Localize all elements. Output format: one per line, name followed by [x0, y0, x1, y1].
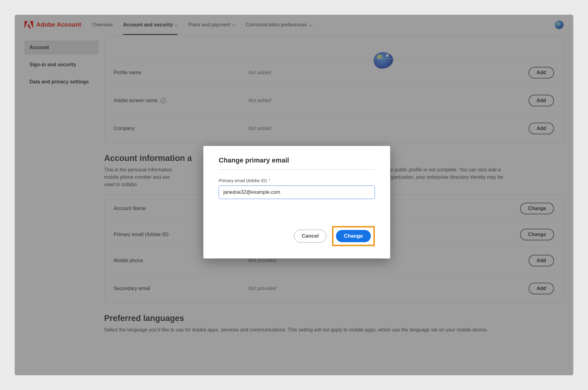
confirm-button-highlight: Change — [332, 226, 375, 246]
field-label-text: Primary email (Adobe ID) — [219, 178, 267, 183]
app-frame: Adobe Account Overview Account and secur… — [15, 15, 573, 375]
required-star-icon: * — [269, 178, 270, 183]
primary-email-input[interactable] — [219, 185, 375, 199]
change-email-dialog: Change primary email Primary email (Adob… — [203, 146, 390, 258]
dialog-actions: Cancel Change — [219, 226, 375, 246]
cancel-button[interactable]: Cancel — [294, 230, 326, 243]
dialog-title: Change primary email — [219, 156, 375, 170]
field-label: Primary email (Adobe ID) * — [219, 178, 375, 183]
change-confirm-button[interactable]: Change — [336, 230, 371, 242]
